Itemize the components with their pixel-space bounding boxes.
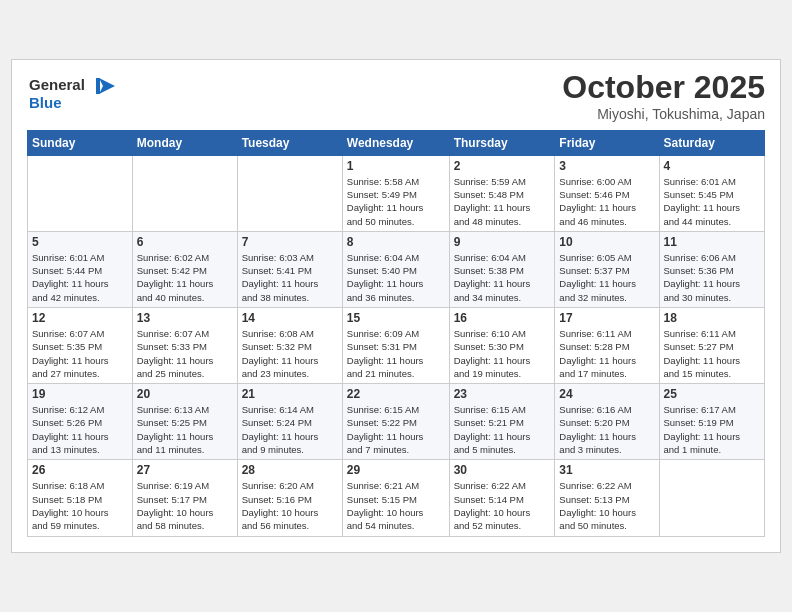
- sunrise-text: Sunrise: 6:21 AM: [347, 480, 419, 491]
- daylight-text: and 36 minutes.: [347, 292, 415, 303]
- day-info: Sunrise: 6:11 AMSunset: 5:28 PMDaylight:…: [559, 327, 654, 380]
- sunrise-text: Sunrise: 6:20 AM: [242, 480, 314, 491]
- day-info: Sunrise: 6:07 AMSunset: 5:33 PMDaylight:…: [137, 327, 233, 380]
- day-info: Sunrise: 6:04 AMSunset: 5:38 PMDaylight:…: [454, 251, 551, 304]
- sunset-text: Sunset: 5:28 PM: [559, 341, 629, 352]
- day-number: 28: [242, 463, 338, 477]
- sunrise-text: Sunrise: 6:15 AM: [454, 404, 526, 415]
- daylight-text: and 50 minutes.: [559, 520, 627, 531]
- sunset-text: Sunset: 5:15 PM: [347, 494, 417, 505]
- day-number: 1: [347, 159, 445, 173]
- logo: General Blue: [27, 70, 122, 119]
- day-info: Sunrise: 6:06 AMSunset: 5:36 PMDaylight:…: [664, 251, 761, 304]
- day-info: Sunrise: 6:05 AMSunset: 5:37 PMDaylight:…: [559, 251, 654, 304]
- daylight-text: Daylight: 11 hours: [242, 431, 319, 442]
- daylight-text: and 40 minutes.: [137, 292, 205, 303]
- header-area: General Blue October 2025 Miyoshi, Tokus…: [27, 70, 765, 121]
- sunrise-text: Sunrise: 6:19 AM: [137, 480, 209, 491]
- daylight-text: and 9 minutes.: [242, 444, 304, 455]
- day-info: Sunrise: 6:18 AMSunset: 5:18 PMDaylight:…: [32, 479, 128, 532]
- day-cell: 10Sunrise: 6:05 AMSunset: 5:37 PMDayligh…: [555, 231, 659, 307]
- day-number: 17: [559, 311, 654, 325]
- day-cell: 1Sunrise: 5:58 AMSunset: 5:49 PMDaylight…: [342, 155, 449, 231]
- weekday-header-saturday: Saturday: [659, 130, 765, 155]
- day-cell: 19Sunrise: 6:12 AMSunset: 5:26 PMDayligh…: [28, 384, 133, 460]
- day-number: 5: [32, 235, 128, 249]
- day-number: 6: [137, 235, 233, 249]
- daylight-text: Daylight: 11 hours: [454, 431, 531, 442]
- sunset-text: Sunset: 5:24 PM: [242, 417, 312, 428]
- sunrise-text: Sunrise: 6:04 AM: [347, 252, 419, 263]
- sunset-text: Sunset: 5:40 PM: [347, 265, 417, 276]
- daylight-text: and 15 minutes.: [664, 368, 732, 379]
- day-info: Sunrise: 6:21 AMSunset: 5:15 PMDaylight:…: [347, 479, 445, 532]
- daylight-text: Daylight: 11 hours: [242, 355, 319, 366]
- day-number: 24: [559, 387, 654, 401]
- day-number: 18: [664, 311, 761, 325]
- sunrise-text: Sunrise: 6:06 AM: [664, 252, 736, 263]
- sunset-text: Sunset: 5:42 PM: [137, 265, 207, 276]
- daylight-text: and 11 minutes.: [137, 444, 205, 455]
- day-cell: 28Sunrise: 6:20 AMSunset: 5:16 PMDayligh…: [237, 460, 342, 536]
- sunset-text: Sunset: 5:38 PM: [454, 265, 524, 276]
- sunrise-text: Sunrise: 6:11 AM: [559, 328, 631, 339]
- day-cell: 23Sunrise: 6:15 AMSunset: 5:21 PMDayligh…: [449, 384, 555, 460]
- svg-marker-2: [99, 78, 115, 94]
- daylight-text: and 30 minutes.: [664, 292, 732, 303]
- sunrise-text: Sunrise: 6:14 AM: [242, 404, 314, 415]
- daylight-text: and 59 minutes.: [32, 520, 100, 531]
- daylight-text: Daylight: 11 hours: [347, 278, 424, 289]
- daylight-text: Daylight: 11 hours: [559, 355, 636, 366]
- sunset-text: Sunset: 5:20 PM: [559, 417, 629, 428]
- sunset-text: Sunset: 5:22 PM: [347, 417, 417, 428]
- weekday-header-thursday: Thursday: [449, 130, 555, 155]
- daylight-text: Daylight: 11 hours: [559, 202, 636, 213]
- daylight-text: Daylight: 11 hours: [242, 278, 319, 289]
- sunset-text: Sunset: 5:30 PM: [454, 341, 524, 352]
- day-number: 20: [137, 387, 233, 401]
- sunrise-text: Sunrise: 6:16 AM: [559, 404, 631, 415]
- day-info: Sunrise: 6:04 AMSunset: 5:40 PMDaylight:…: [347, 251, 445, 304]
- daylight-text: Daylight: 11 hours: [454, 355, 531, 366]
- day-number: 16: [454, 311, 551, 325]
- day-number: 23: [454, 387, 551, 401]
- daylight-text: and 1 minute.: [664, 444, 722, 455]
- sunset-text: Sunset: 5:31 PM: [347, 341, 417, 352]
- day-number: 2: [454, 159, 551, 173]
- sunset-text: Sunset: 5:13 PM: [559, 494, 629, 505]
- logo-area: General Blue: [27, 70, 122, 119]
- day-info: Sunrise: 6:15 AMSunset: 5:22 PMDaylight:…: [347, 403, 445, 456]
- daylight-text: Daylight: 10 hours: [347, 507, 424, 518]
- daylight-text: and 27 minutes.: [32, 368, 100, 379]
- day-cell: 20Sunrise: 6:13 AMSunset: 5:25 PMDayligh…: [132, 384, 237, 460]
- day-info: Sunrise: 6:10 AMSunset: 5:30 PMDaylight:…: [454, 327, 551, 380]
- sunrise-text: Sunrise: 6:01 AM: [664, 176, 736, 187]
- sunset-text: Sunset: 5:33 PM: [137, 341, 207, 352]
- day-number: 9: [454, 235, 551, 249]
- day-number: 12: [32, 311, 128, 325]
- daylight-text: Daylight: 11 hours: [137, 431, 214, 442]
- day-info: Sunrise: 6:01 AMSunset: 5:44 PMDaylight:…: [32, 251, 128, 304]
- daylight-text: Daylight: 10 hours: [559, 507, 636, 518]
- daylight-text: and 52 minutes.: [454, 520, 522, 531]
- day-cell: 8Sunrise: 6:04 AMSunset: 5:40 PMDaylight…: [342, 231, 449, 307]
- sunrise-text: Sunrise: 6:02 AM: [137, 252, 209, 263]
- day-info: Sunrise: 6:00 AMSunset: 5:46 PMDaylight:…: [559, 175, 654, 228]
- day-number: 4: [664, 159, 761, 173]
- day-number: 10: [559, 235, 654, 249]
- day-cell: 5Sunrise: 6:01 AMSunset: 5:44 PMDaylight…: [28, 231, 133, 307]
- daylight-text: Daylight: 11 hours: [559, 278, 636, 289]
- day-cell: [132, 155, 237, 231]
- day-number: 13: [137, 311, 233, 325]
- daylight-text: and 48 minutes.: [454, 216, 522, 227]
- day-cell: [659, 460, 765, 536]
- day-number: 31: [559, 463, 654, 477]
- daylight-text: and 38 minutes.: [242, 292, 310, 303]
- daylight-text: and 44 minutes.: [664, 216, 732, 227]
- daylight-text: Daylight: 11 hours: [347, 355, 424, 366]
- daylight-text: and 32 minutes.: [559, 292, 627, 303]
- day-cell: 12Sunrise: 6:07 AMSunset: 5:35 PMDayligh…: [28, 308, 133, 384]
- day-number: 15: [347, 311, 445, 325]
- sunset-text: Sunset: 5:25 PM: [137, 417, 207, 428]
- location-title: Miyoshi, Tokushima, Japan: [562, 106, 765, 122]
